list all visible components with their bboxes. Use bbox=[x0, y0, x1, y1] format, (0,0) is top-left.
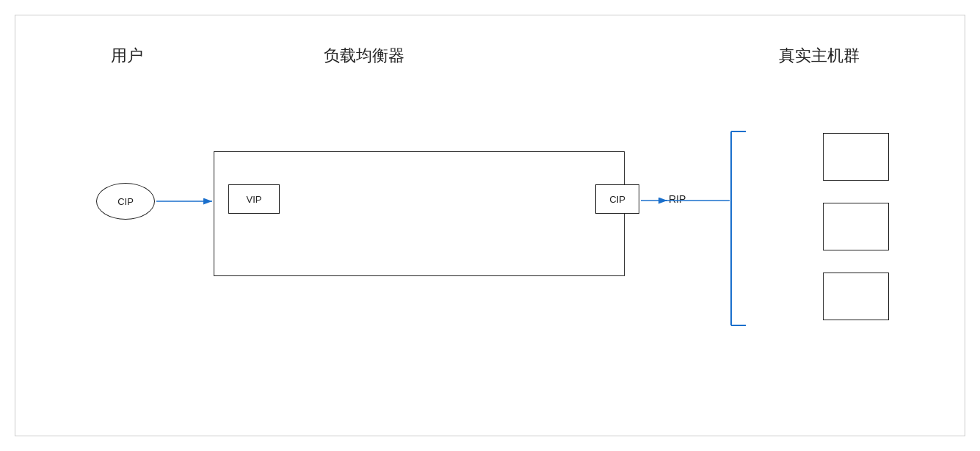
lb-outer-rect bbox=[214, 151, 625, 276]
cip-box: CIP bbox=[595, 184, 639, 214]
cip-box-label: CIP bbox=[609, 194, 625, 205]
cip-ellipse: CIP bbox=[96, 183, 155, 220]
real-hosts-label: 真实主机群 bbox=[779, 45, 860, 67]
user-label: 用户 bbox=[111, 45, 143, 67]
rip-label: RIP bbox=[669, 193, 686, 205]
real-host-2 bbox=[823, 203, 889, 250]
vip-box: VIP bbox=[228, 184, 280, 214]
cip-ellipse-label: CIP bbox=[117, 196, 134, 207]
real-host-3 bbox=[823, 273, 889, 320]
vip-box-label: VIP bbox=[247, 194, 262, 205]
load-balancer-label: 负载均衡器 bbox=[324, 45, 404, 67]
real-host-1 bbox=[823, 133, 889, 181]
diagram-container: 用户 负载均衡器 真实主机群 CIP VIP CIP RIP bbox=[15, 15, 965, 436]
